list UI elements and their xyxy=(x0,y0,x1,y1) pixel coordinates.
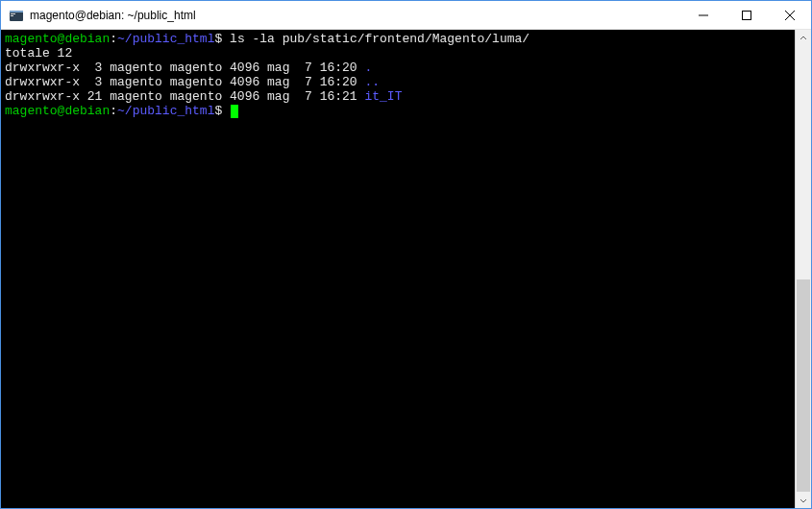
prompt-path: ~/public_html xyxy=(117,32,214,46)
prompt-line: magento@debian:~/public_html$ xyxy=(5,104,791,118)
prompt-user-host: magento@debian xyxy=(5,32,110,46)
maximize-icon xyxy=(742,11,751,20)
prompt-suffix: $ xyxy=(214,32,222,46)
prompt-path: ~/public_html xyxy=(117,104,214,118)
chevron-down-icon xyxy=(800,497,807,504)
command-line: magento@debian:~/public_html$ ls -la pub… xyxy=(5,32,791,46)
listing-row: drwxrwxr-x 21 magento magento 4096 mag 7… xyxy=(5,89,791,104)
window-titlebar: magento@debian: ~/public_html xyxy=(1,1,811,30)
terminal[interactable]: magento@debian:~/public_html$ ls -la pub… xyxy=(1,30,795,508)
svg-rect-3 xyxy=(11,15,13,16)
prompt-sep: : xyxy=(110,104,117,118)
maximize-button[interactable] xyxy=(725,1,768,29)
total-line: totale 12 xyxy=(5,46,791,61)
minimize-icon xyxy=(699,11,708,20)
app-icon xyxy=(9,8,24,23)
command-text: ls -la pub/static/frontend/Magento/luma/ xyxy=(230,32,529,46)
listing-row: drwxrwxr-x 3 magento magento 4096 mag 7 … xyxy=(5,61,791,75)
scroll-thumb[interactable] xyxy=(797,279,810,492)
scroll-up-button[interactable] xyxy=(796,30,811,46)
minimize-button[interactable] xyxy=(681,1,725,29)
window-title: magento@debian: ~/public_html xyxy=(30,9,196,22)
listing-name: it_IT xyxy=(364,89,402,104)
close-button[interactable] xyxy=(768,1,811,29)
svg-rect-1 xyxy=(10,11,23,12)
scroll-down-button[interactable] xyxy=(796,492,811,508)
prompt-user-host: magento@debian xyxy=(5,104,110,118)
svg-rect-5 xyxy=(742,11,750,19)
chevron-up-icon xyxy=(800,35,807,42)
listing-name: .. xyxy=(364,75,380,89)
terminal-area: magento@debian:~/public_html$ ls -la pub… xyxy=(1,30,811,508)
cursor xyxy=(231,105,238,118)
listing-name: . xyxy=(364,61,372,75)
svg-rect-2 xyxy=(11,13,15,14)
titlebar-left: magento@debian: ~/public_html xyxy=(9,8,196,23)
prompt-suffix: $ xyxy=(214,104,222,118)
close-icon xyxy=(785,11,795,20)
vertical-scrollbar[interactable] xyxy=(795,30,811,508)
window-controls xyxy=(681,1,811,29)
prompt-sep: : xyxy=(110,32,117,46)
listing-row: drwxrwxr-x 3 magento magento 4096 mag 7 … xyxy=(5,75,791,89)
